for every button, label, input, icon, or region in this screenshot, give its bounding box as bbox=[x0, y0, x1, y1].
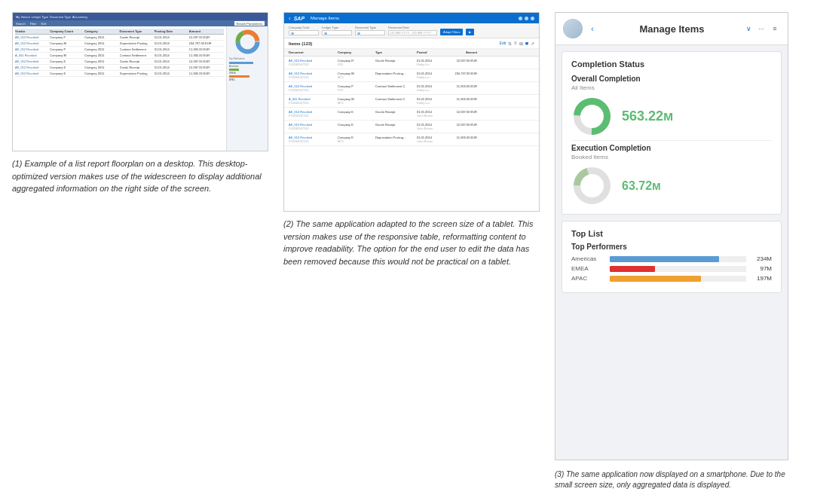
col-head-type: Type bbox=[375, 50, 417, 54]
desktop-tab-active: My Variant bbox=[16, 15, 30, 19]
desktop-tab: Accounting bbox=[72, 15, 87, 19]
col-head-amount: Amount bbox=[443, 50, 477, 54]
table-row: AK_012 Revoked Company P Category 2011 C… bbox=[15, 47, 224, 53]
bar-value-apac: 197M bbox=[751, 275, 772, 282]
bar-value-americas: 234M bbox=[751, 255, 772, 262]
tablet-table-header: Document Company Type Posted Amount bbox=[284, 49, 539, 57]
ledger-type-input[interactable]: ⊕ bbox=[322, 30, 352, 35]
table-row: AK_012 Revoked Company F Category 2011 G… bbox=[15, 35, 224, 41]
tablet-table-row: A_041 RevokedF10234567321 Company MMT1 C… bbox=[284, 95, 539, 108]
divider bbox=[571, 140, 772, 141]
tablet-filter-bar: Company Code ⊕ Ledger Type ⊕ Document Ty… bbox=[284, 23, 539, 38]
overall-donut-chart bbox=[571, 96, 613, 137]
bar-fill-americas bbox=[610, 256, 719, 262]
filter-document-date: Document Date DD.MM.YYYY - DD.MM.YYYY bbox=[388, 26, 437, 35]
filter-icon[interactable]: ≡ bbox=[514, 41, 517, 46]
filter-ledger-type: Ledger Type ⊕ bbox=[322, 26, 352, 35]
overall-value: 563.22м bbox=[622, 108, 673, 124]
desktop-pie-chart bbox=[229, 29, 265, 55]
desktop-toolbar-label: Search bbox=[16, 22, 26, 26]
tablet-table-row: AK_012 RevokedF10234567321 Company MMT1 … bbox=[284, 69, 539, 82]
desktop-tab: Ledger Type bbox=[32, 15, 48, 19]
bar-emea bbox=[229, 69, 265, 71]
phone-header: ‹ Manage Items ∨ ··· ≡ bbox=[555, 13, 788, 45]
execution-sublabel: Booked Items bbox=[571, 154, 772, 160]
table-row: AK_012 Revoked Company E Category 2011 G… bbox=[15, 59, 224, 65]
col-header-type: Document Type bbox=[120, 29, 155, 33]
top-performers-subtitle: Top Performers bbox=[571, 243, 772, 251]
menu-icon[interactable]: ≡ bbox=[770, 23, 780, 34]
desktop-search-fields: Search Parameters bbox=[234, 21, 265, 26]
col-head-posted: Posted bbox=[417, 50, 443, 54]
bar-track-emea bbox=[610, 266, 746, 272]
desktop-toolbar: Search Filter Edit Search Parameters bbox=[13, 20, 268, 26]
bar-apac bbox=[229, 75, 265, 78]
group-icon[interactable]: ⊞ bbox=[519, 41, 523, 46]
tablet-table-row: AK_012 RevokedF10234567321 Company E Goo… bbox=[284, 108, 539, 121]
tablet-actions: Edit ⇅ ≡ ⊞ ■ ↗ bbox=[500, 41, 534, 46]
document-date-input[interactable]: DD.MM.YYYY - DD.MM.YYYY bbox=[388, 30, 437, 35]
tablet-header-icons bbox=[519, 17, 534, 20]
desktop-tab: Document Type bbox=[50, 15, 71, 19]
tablet-screen-inner: ‹ SAP Manage Items Company Code ⊕ bbox=[284, 13, 539, 211]
tablet-title: Manage Items bbox=[311, 16, 339, 20]
execution-label: Execution Completion bbox=[571, 144, 772, 152]
col-header-company: Company Count bbox=[50, 29, 84, 33]
bar-track-americas bbox=[610, 256, 746, 262]
adapt-filters-button[interactable]: Adapt Filters bbox=[440, 29, 463, 35]
bar-row-apac: APAC 197M bbox=[571, 275, 772, 282]
search-icon[interactable] bbox=[519, 17, 522, 20]
bar-label-americas: Americas bbox=[571, 255, 605, 262]
profile-icon[interactable] bbox=[531, 17, 534, 20]
edit-action: Edit bbox=[500, 41, 506, 46]
settings-icon[interactable] bbox=[525, 17, 528, 20]
export-icon[interactable]: ↗ bbox=[531, 41, 534, 46]
tablet-table-row: AK_012 RevokedF10234567321 Company RR21 … bbox=[284, 57, 539, 69]
top-list-card: Top List Top Performers Americas 234M EM… bbox=[562, 221, 782, 293]
col-head-document: Document bbox=[289, 50, 338, 54]
tablet-table: Document Company Type Posted Amount AK_0… bbox=[284, 49, 539, 211]
sort-icon[interactable]: ⇅ bbox=[508, 41, 512, 46]
go-button[interactable]: ▶ bbox=[466, 29, 474, 35]
execution-completion: Execution Completion Booked Items 63.72м bbox=[571, 144, 772, 206]
tablet-table-row: AK_012 RevokedF10234567321 Company EMT1 … bbox=[284, 133, 539, 146]
bar-track-apac bbox=[610, 276, 746, 282]
view-icon[interactable]: ■ bbox=[525, 41, 528, 46]
phone-screen-inner: ‹ Manage Items ∨ ··· ≡ Completion Status… bbox=[555, 13, 788, 460]
document-type-input[interactable]: ⊕ bbox=[355, 30, 385, 35]
desktop-search-input[interactable]: Search Parameters bbox=[234, 21, 265, 26]
tablet-items-bar: Items (123) Edit ⇅ ≡ ⊞ ■ ↗ bbox=[284, 38, 539, 49]
tablet-topbar: ‹ SAP Manage Items bbox=[284, 13, 539, 23]
desktop-topbar: My Variant Ledger Type Document Type Acc… bbox=[13, 13, 268, 20]
execution-value: 63.72м bbox=[622, 179, 661, 193]
more-icon[interactable]: ··· bbox=[756, 23, 767, 34]
col-header-amount: Amount bbox=[189, 29, 224, 33]
col-header-date: Posting Date bbox=[155, 29, 189, 33]
overall-completion: Overall Completion All Items 563.22м bbox=[571, 75, 772, 137]
overall-sublabel: All Items bbox=[571, 84, 772, 91]
col-head-company: Company bbox=[338, 50, 375, 54]
tablet-table-row: AK_012 RevokedF10234567321 Company E Goo… bbox=[284, 121, 539, 133]
sap-logo: SAP bbox=[294, 16, 304, 21]
company-code-input[interactable]: ⊕ bbox=[289, 30, 319, 35]
execution-donut-chart bbox=[571, 165, 613, 206]
tablet-table-row: AK_012 RevokedF10234567321 Company PP23 … bbox=[284, 82, 539, 95]
bar-fill-emea bbox=[610, 266, 655, 272]
overall-donut-row: 563.22м bbox=[571, 96, 772, 137]
back-button[interactable]: ‹ bbox=[587, 23, 598, 34]
filter-company-code: Company Code ⊕ bbox=[289, 26, 319, 35]
bar-label-emea: EMEA bbox=[571, 265, 605, 272]
chevron-down-icon[interactable]: ∨ bbox=[746, 25, 751, 32]
sidebar-title: Top Performers bbox=[229, 57, 265, 60]
sidebar-bars: Americas EMEA APAC bbox=[229, 62, 265, 81]
bar-americas bbox=[229, 62, 265, 64]
desktop-content: Vendor Company Count Category Document T… bbox=[13, 26, 268, 151]
desktop-screen-inner: My Variant Ledger Type Document Type Acc… bbox=[13, 13, 268, 151]
table-row: AK_012 Revoked Company M Category 2011 D… bbox=[15, 41, 224, 47]
table-row: AK_012 Revoked Company E Category 2011 G… bbox=[15, 65, 224, 71]
avatar bbox=[563, 19, 583, 38]
bar-label-apac: APAC bbox=[571, 275, 605, 282]
panel1-caption: (1) Example of a list report floorplan o… bbox=[12, 157, 268, 195]
col-header-posting: Category bbox=[84, 29, 119, 33]
completion-status-title: Completion Status bbox=[571, 60, 772, 69]
